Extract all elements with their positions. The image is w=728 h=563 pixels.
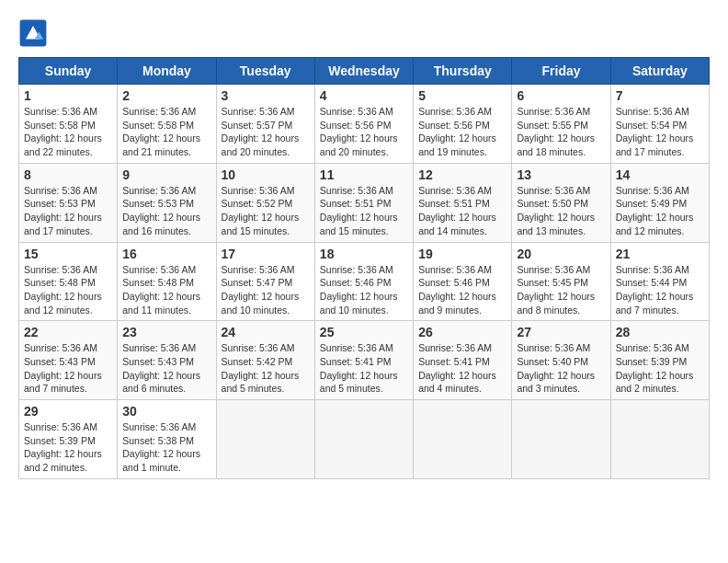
day-number: 23 — [122, 325, 210, 339]
table-row: 20 Sunrise: 5:36 AM Sunset: 5:45 PM Dayl… — [512, 242, 610, 321]
day-number: 21 — [616, 247, 704, 261]
day-number: 10 — [222, 167, 310, 182]
day-info: Sunrise: 5:36 AM Sunset: 5:56 PM Dayligh… — [320, 105, 408, 159]
day-info: Sunrise: 5:36 AM Sunset: 5:41 PM Dayligh… — [320, 341, 408, 396]
day-info: Sunrise: 5:36 AM Sunset: 5:41 PM Dayligh… — [418, 341, 506, 396]
day-number: 4 — [320, 88, 408, 103]
table-row: 19 Sunrise: 5:36 AM Sunset: 5:46 PM Dayl… — [414, 242, 512, 321]
day-number: 25 — [320, 325, 408, 339]
day-number: 1 — [24, 88, 112, 103]
day-info: Sunrise: 5:36 AM Sunset: 5:52 PM Dayligh… — [222, 184, 310, 238]
day-number: 14 — [616, 167, 704, 182]
table-row: 4 Sunrise: 5:36 AM Sunset: 5:56 PM Dayli… — [314, 85, 413, 164]
day-number: 27 — [517, 325, 605, 339]
table-row: 16 Sunrise: 5:36 AM Sunset: 5:48 PM Dayl… — [118, 242, 216, 321]
col-header-sunday: Sunday — [19, 58, 118, 85]
day-info: Sunrise: 5:36 AM Sunset: 5:57 PM Dayligh… — [222, 105, 310, 159]
col-header-friday: Friday — [512, 58, 610, 85]
day-info: Sunrise: 5:36 AM Sunset: 5:54 PM Dayligh… — [616, 105, 704, 159]
day-info: Sunrise: 5:36 AM Sunset: 5:38 PM Dayligh… — [122, 420, 210, 475]
day-info: Sunrise: 5:36 AM Sunset: 5:46 PM Dayligh… — [320, 263, 408, 317]
day-info: Sunrise: 5:36 AM Sunset: 5:50 PM Dayligh… — [517, 184, 605, 238]
day-info: Sunrise: 5:36 AM Sunset: 5:46 PM Dayligh… — [418, 263, 506, 317]
table-row: 10 Sunrise: 5:36 AM Sunset: 5:52 PM Dayl… — [216, 163, 314, 242]
table-row: 22 Sunrise: 5:36 AM Sunset: 5:43 PM Dayl… — [19, 321, 118, 400]
table-row: 28 Sunrise: 5:36 AM Sunset: 5:39 PM Dayl… — [610, 321, 709, 400]
table-row: 8 Sunrise: 5:36 AM Sunset: 5:53 PM Dayli… — [19, 163, 118, 242]
table-row: 9 Sunrise: 5:36 AM Sunset: 5:53 PM Dayli… — [118, 163, 216, 242]
day-info: Sunrise: 5:36 AM Sunset: 5:56 PM Dayligh… — [418, 105, 506, 159]
day-number: 8 — [24, 167, 112, 182]
table-row: 2 Sunrise: 5:36 AM Sunset: 5:58 PM Dayli… — [118, 85, 216, 164]
day-info: Sunrise: 5:36 AM Sunset: 5:44 PM Dayligh… — [616, 263, 704, 317]
day-info: Sunrise: 5:36 AM Sunset: 5:45 PM Dayligh… — [517, 263, 605, 317]
table-row: 17 Sunrise: 5:36 AM Sunset: 5:47 PM Dayl… — [216, 242, 314, 321]
day-number: 15 — [24, 247, 112, 261]
table-row: 14 Sunrise: 5:36 AM Sunset: 5:49 PM Dayl… — [610, 163, 709, 242]
table-row: 21 Sunrise: 5:36 AM Sunset: 5:44 PM Dayl… — [610, 242, 709, 321]
day-info: Sunrise: 5:36 AM Sunset: 5:55 PM Dayligh… — [517, 105, 605, 159]
table-row: 30 Sunrise: 5:36 AM Sunset: 5:38 PM Dayl… — [118, 400, 216, 479]
day-number: 22 — [24, 325, 112, 339]
table-row: 23 Sunrise: 5:36 AM Sunset: 5:43 PM Dayl… — [118, 321, 216, 400]
day-info: Sunrise: 5:36 AM Sunset: 5:47 PM Dayligh… — [222, 263, 310, 317]
day-number: 19 — [418, 247, 506, 261]
table-row: 1 Sunrise: 5:36 AM Sunset: 5:58 PM Dayli… — [19, 85, 118, 164]
day-info: Sunrise: 5:36 AM Sunset: 5:53 PM Dayligh… — [122, 184, 210, 238]
calendar-table: SundayMondayTuesdayWednesdayThursdayFrid… — [18, 57, 710, 479]
col-header-saturday: Saturday — [610, 58, 709, 85]
table-row — [610, 400, 709, 479]
col-header-thursday: Thursday — [414, 58, 512, 85]
table-row: 6 Sunrise: 5:36 AM Sunset: 5:55 PM Dayli… — [512, 85, 610, 164]
day-info: Sunrise: 5:36 AM Sunset: 5:51 PM Dayligh… — [320, 184, 408, 238]
logo-icon — [18, 18, 48, 48]
day-number: 13 — [517, 167, 605, 182]
table-row: 25 Sunrise: 5:36 AM Sunset: 5:41 PM Dayl… — [314, 321, 413, 400]
day-info: Sunrise: 5:36 AM Sunset: 5:51 PM Dayligh… — [418, 184, 506, 238]
day-info: Sunrise: 5:36 AM Sunset: 5:58 PM Dayligh… — [122, 105, 210, 159]
table-row: 7 Sunrise: 5:36 AM Sunset: 5:54 PM Dayli… — [610, 85, 709, 164]
day-info: Sunrise: 5:36 AM Sunset: 5:58 PM Dayligh… — [24, 105, 112, 159]
day-number: 20 — [517, 247, 605, 261]
day-number: 26 — [418, 325, 506, 339]
day-info: Sunrise: 5:36 AM Sunset: 5:48 PM Dayligh… — [24, 263, 112, 317]
table-row: 18 Sunrise: 5:36 AM Sunset: 5:46 PM Dayl… — [314, 242, 413, 321]
day-number: 12 — [418, 167, 506, 182]
day-number: 24 — [222, 325, 310, 339]
day-info: Sunrise: 5:36 AM Sunset: 5:48 PM Dayligh… — [122, 263, 210, 317]
table-row — [314, 400, 413, 479]
col-header-wednesday: Wednesday — [314, 58, 413, 85]
table-row — [512, 400, 610, 479]
day-number: 9 — [122, 167, 210, 182]
day-number: 28 — [616, 325, 704, 339]
day-number: 5 — [418, 88, 506, 103]
table-row: 29 Sunrise: 5:36 AM Sunset: 5:39 PM Dayl… — [19, 400, 118, 479]
day-info: Sunrise: 5:36 AM Sunset: 5:39 PM Dayligh… — [24, 420, 112, 475]
page-header — [18, 18, 710, 48]
day-number: 17 — [222, 247, 310, 261]
day-info: Sunrise: 5:36 AM Sunset: 5:42 PM Dayligh… — [222, 341, 310, 396]
day-number: 29 — [24, 404, 112, 419]
day-number: 11 — [320, 167, 408, 182]
table-row: 5 Sunrise: 5:36 AM Sunset: 5:56 PM Dayli… — [414, 85, 512, 164]
day-number: 30 — [122, 404, 210, 419]
table-row: 27 Sunrise: 5:36 AM Sunset: 5:40 PM Dayl… — [512, 321, 610, 400]
day-number: 18 — [320, 247, 408, 261]
logo — [18, 18, 51, 48]
table-row — [414, 400, 512, 479]
col-header-tuesday: Tuesday — [216, 58, 314, 85]
table-row: 26 Sunrise: 5:36 AM Sunset: 5:41 PM Dayl… — [414, 321, 512, 400]
table-row: 15 Sunrise: 5:36 AM Sunset: 5:48 PM Dayl… — [19, 242, 118, 321]
table-row: 24 Sunrise: 5:36 AM Sunset: 5:42 PM Dayl… — [216, 321, 314, 400]
table-row: 3 Sunrise: 5:36 AM Sunset: 5:57 PM Dayli… — [216, 85, 314, 164]
day-info: Sunrise: 5:36 AM Sunset: 5:49 PM Dayligh… — [616, 184, 704, 238]
day-number: 2 — [122, 88, 210, 103]
day-info: Sunrise: 5:36 AM Sunset: 5:53 PM Dayligh… — [24, 184, 112, 238]
day-number: 3 — [222, 88, 310, 103]
day-info: Sunrise: 5:36 AM Sunset: 5:40 PM Dayligh… — [517, 341, 605, 396]
day-info: Sunrise: 5:36 AM Sunset: 5:39 PM Dayligh… — [616, 341, 704, 396]
day-number: 16 — [122, 247, 210, 261]
table-row: 12 Sunrise: 5:36 AM Sunset: 5:51 PM Dayl… — [414, 163, 512, 242]
day-number: 7 — [616, 88, 704, 103]
table-row: 13 Sunrise: 5:36 AM Sunset: 5:50 PM Dayl… — [512, 163, 610, 242]
